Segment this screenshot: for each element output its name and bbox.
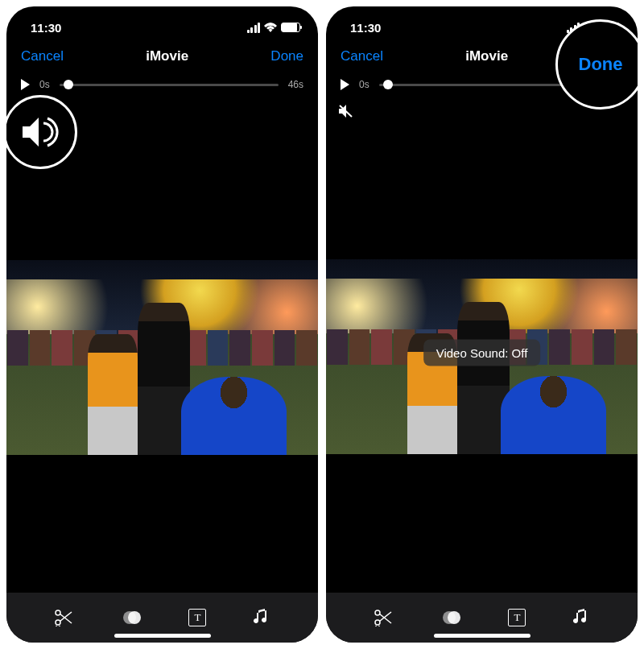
text-tool[interactable]: T xyxy=(508,609,526,626)
scissors-icon xyxy=(374,609,394,626)
cut-tool[interactable] xyxy=(374,609,394,626)
callout-sound-toggle xyxy=(6,95,77,169)
svg-line-2 xyxy=(60,614,72,624)
callout-done-button: Done xyxy=(555,19,638,110)
music-icon xyxy=(253,609,270,626)
filters-tool[interactable] xyxy=(122,609,142,626)
cellular-icon xyxy=(247,23,261,33)
video-area: Video Sound: Off xyxy=(326,121,638,593)
music-icon xyxy=(572,609,590,626)
filters-icon xyxy=(122,609,142,626)
callout-done-label: Done xyxy=(579,54,623,75)
scissors-icon xyxy=(54,609,75,626)
svg-point-14 xyxy=(448,611,460,624)
music-tool[interactable] xyxy=(253,609,270,626)
status-time: 11:30 xyxy=(350,21,381,35)
done-button[interactable]: Done xyxy=(270,48,303,64)
video-area xyxy=(6,122,318,593)
status-bar: 11:30 xyxy=(6,6,318,39)
sound-status-overlay: Video Sound: Off xyxy=(423,340,541,366)
time-end: 46s xyxy=(288,79,303,90)
home-indicator[interactable] xyxy=(114,634,211,638)
play-button[interactable] xyxy=(341,79,349,90)
cancel-button[interactable]: Cancel xyxy=(341,48,383,64)
scrubber-track[interactable] xyxy=(60,84,279,86)
speaker-muted-icon xyxy=(339,105,353,118)
svg-line-11 xyxy=(379,612,391,622)
svg-line-10 xyxy=(379,614,391,624)
time-start: 0s xyxy=(39,79,50,90)
cancel-button[interactable]: Cancel xyxy=(21,48,64,64)
nav-bar: Cancel iMovie Done xyxy=(6,39,318,74)
scrubber-thumb[interactable] xyxy=(383,80,393,89)
home-indicator[interactable] xyxy=(434,634,530,638)
filters-tool[interactable] xyxy=(441,609,462,626)
play-button[interactable] xyxy=(21,79,30,90)
scrubber-thumb[interactable] xyxy=(64,80,73,89)
svg-point-6 xyxy=(128,611,141,624)
text-icon: T xyxy=(188,609,206,626)
cut-tool[interactable] xyxy=(54,609,75,626)
nav-title: iMovie xyxy=(465,48,508,64)
music-tool[interactable] xyxy=(572,609,590,626)
video-preview[interactable]: Video Sound: Off xyxy=(326,259,638,454)
status-time: 11:30 xyxy=(31,21,61,35)
wifi-icon xyxy=(264,23,277,32)
status-indicators xyxy=(247,23,301,33)
speaker-icon xyxy=(21,116,60,148)
phone-screen-left: 11:30 Cancel iMovie Done 0s 46s xyxy=(6,6,318,643)
text-tool[interactable]: T xyxy=(188,609,206,626)
phone-screen-right: 11:30 Cancel iMovie Done 0s 46s xyxy=(326,6,638,643)
filters-icon xyxy=(441,609,462,626)
time-start: 0s xyxy=(359,79,369,90)
svg-line-3 xyxy=(60,612,72,622)
video-preview[interactable] xyxy=(6,260,318,455)
nav-title: iMovie xyxy=(146,48,188,64)
text-icon: T xyxy=(508,609,526,626)
timeline: 0s 46s xyxy=(6,74,318,98)
battery-icon xyxy=(281,23,300,32)
